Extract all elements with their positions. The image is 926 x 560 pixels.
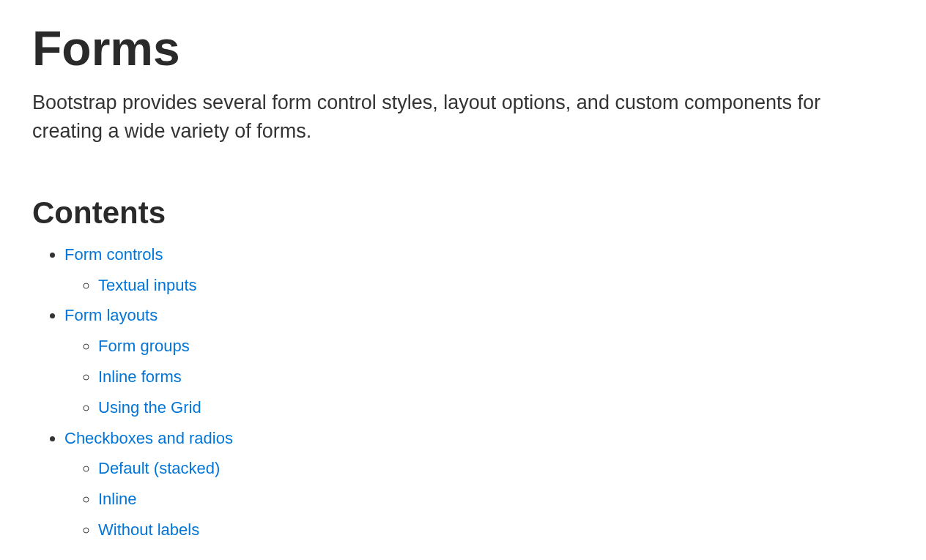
table-of-contents: Form controls Textual inputs Form layout… bbox=[32, 239, 894, 545]
toc-link-form-layouts[interactable]: Form layouts bbox=[64, 306, 158, 324]
toc-link-textual-inputs[interactable]: Textual inputs bbox=[98, 276, 197, 294]
toc-item: Default (stacked) bbox=[98, 453, 894, 484]
toc-link-checkboxes-and-radios[interactable]: Checkboxes and radios bbox=[64, 429, 233, 447]
toc-link-inline[interactable]: Inline bbox=[98, 490, 137, 508]
toc-item: Inline forms bbox=[98, 362, 894, 392]
toc-item: Textual inputs bbox=[98, 270, 894, 301]
toc-item: Checkboxes and radios Default (stacked) … bbox=[64, 423, 894, 545]
page-title: Forms bbox=[32, 22, 894, 75]
toc-item: Form controls Textual inputs bbox=[64, 239, 894, 301]
toc-item: Using the Grid bbox=[98, 392, 894, 423]
toc-link-default-stacked[interactable]: Default (stacked) bbox=[98, 459, 220, 477]
toc-link-inline-forms[interactable]: Inline forms bbox=[98, 367, 182, 386]
toc-link-using-the-grid[interactable]: Using the Grid bbox=[98, 398, 201, 417]
toc-item: Without labels bbox=[98, 515, 894, 545]
lead-paragraph: Bootstrap provides several form control … bbox=[32, 89, 875, 146]
toc-item: Form layouts Form groups Inline forms Us… bbox=[64, 300, 894, 422]
toc-link-form-controls[interactable]: Form controls bbox=[64, 245, 163, 264]
contents-heading: Contents bbox=[32, 195, 894, 231]
toc-item: Form groups bbox=[98, 331, 894, 362]
toc-item: Inline bbox=[98, 484, 894, 515]
toc-link-form-groups[interactable]: Form groups bbox=[98, 337, 190, 355]
toc-link-without-labels[interactable]: Without labels bbox=[98, 520, 199, 539]
